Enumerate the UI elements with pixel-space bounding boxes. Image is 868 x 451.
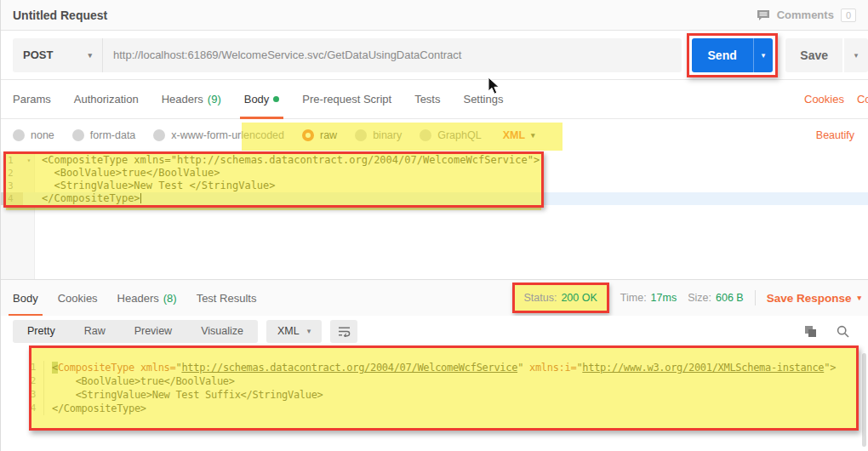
url-input[interactable]: http://localhost:61869/WelcomeService.sv… (103, 38, 682, 72)
view-pretty[interactable]: Pretty (13, 325, 70, 337)
comments-label: Comments (777, 9, 834, 21)
chevron-down-icon: ▾ (88, 51, 92, 60)
radio-form-data[interactable]: form-data (72, 129, 136, 141)
code-text: <StringValue>New Test Suffix</StringValu… (43, 388, 323, 402)
response-format-select[interactable]: XML ▾ (266, 320, 322, 343)
save-options-caret[interactable]: ▾ (844, 38, 868, 72)
request-links: Cookies Code (804, 80, 868, 118)
method-value: POST (23, 49, 53, 61)
tab-authorization[interactable]: Authorization (74, 80, 139, 118)
radio-circle-icon (13, 129, 25, 141)
beautify-link[interactable]: Beautify (816, 129, 856, 141)
request-url-bar: POST ▾ http://localhost:61869/WelcomeSer… (1, 31, 868, 80)
format-value: XML (277, 325, 300, 337)
line-number: 1 (1, 361, 43, 374)
tab-tests[interactable]: Tests (414, 80, 440, 118)
response-tab-cookies[interactable]: Cookies (58, 280, 98, 316)
status-value: 200 OK (561, 292, 597, 304)
tab-headers[interactable]: Headers(9) (162, 80, 221, 118)
code-line[interactable]: 3 <StringValue>New Test </StringValue> (1, 180, 868, 192)
request-tabs: Params Authorization Headers(9) Body Pre… (1, 80, 868, 119)
radio-circle-icon (153, 129, 165, 141)
code-link[interactable]: Code (857, 93, 868, 106)
send-annotation-box: Send ▾ (687, 33, 779, 77)
body-modified-dot (273, 96, 279, 102)
code-line[interactable]: 2 <BoolValue>true</BoolValue> (1, 167, 868, 180)
comments-count-badge: 0 (841, 9, 856, 22)
request-body-editor[interactable]: 1▾<CompositeType xmlns="http://schemas.d… (1, 151, 868, 279)
radio-binary[interactable]: binary (355, 129, 402, 141)
line-number: 3 (1, 180, 23, 192)
radio-raw[interactable]: raw (302, 129, 337, 141)
search-icon[interactable] (837, 325, 849, 338)
code-line[interactable]: 1▾<CompositeType xmlns="http://schemas.d… (1, 154, 868, 167)
status-label: Status: (524, 292, 557, 304)
code-text: </CompositeType> (35, 192, 141, 205)
language-value: XML (503, 129, 525, 141)
response-stats: Status: 200 OK Time: 17ms Size: 606 B Sa… (512, 283, 865, 313)
code-line[interactable]: 4</CompositeType> (1, 192, 868, 205)
divider (755, 290, 756, 305)
response-tab-body[interactable]: Body (13, 280, 38, 316)
request-header: Untitled Request Comments 0 (1, 0, 868, 31)
wrap-lines-icon (338, 326, 351, 337)
wrap-lines-button[interactable] (330, 320, 357, 343)
comments-button[interactable]: Comments 0 (757, 9, 856, 22)
line-number: 4 (1, 192, 23, 205)
save-label: Save (800, 49, 828, 62)
language-select[interactable]: XML ▾ (503, 129, 535, 141)
method-select[interactable]: POST ▾ (13, 38, 103, 72)
line-number: 3 (1, 388, 43, 402)
code-line[interactable]: 1<CompositeType xmlns="http://schemas.da… (1, 361, 868, 374)
status-annotation-box: Status: 200 OK (512, 283, 609, 313)
radio-circle-icon (355, 129, 367, 141)
code-text: <BoolValue>true</BoolValue> (43, 374, 235, 388)
code-line[interactable]: 2 <BoolValue>true</BoolValue> (1, 374, 868, 388)
radio-x-www-form-urlencoded[interactable]: x-www-form-urlencoded (153, 129, 284, 141)
view-preview[interactable]: Preview (120, 325, 186, 337)
time-stat: Time: 17ms (620, 292, 677, 304)
send-label: Send (692, 49, 753, 62)
save-response-button[interactable]: Save Response ▾ (767, 292, 865, 305)
text-cursor (140, 193, 141, 203)
chevron-down-icon: ▾ (854, 51, 859, 60)
response-meta-bar: Body Cookies Headers(8) Test Results Sta… (1, 279, 868, 316)
send-button[interactable]: Send ▾ (692, 38, 774, 72)
fold-caret-icon[interactable]: ▾ (23, 154, 35, 167)
request-title: Untitled Request (13, 9, 107, 22)
line-number: 2 (1, 167, 23, 180)
response-code-lines: 1<CompositeType xmlns="http://schemas.da… (1, 361, 868, 415)
code-line[interactable]: 3 <StringValue>New Test Suffix</StringVa… (1, 388, 868, 402)
chevron-down-icon: ▾ (857, 294, 861, 302)
view-visualize[interactable]: Visualize (186, 325, 258, 337)
postman-window: Untitled Request Comments 0 POST ▾ http:… (0, 0, 868, 451)
response-headers-count: (8) (163, 292, 177, 305)
response-view-toolbar: Pretty Raw Preview Visualize XML ▾ (1, 316, 868, 346)
radio-circle-icon (420, 129, 431, 141)
tab-settings[interactable]: Settings (463, 80, 503, 118)
radio-graphql[interactable]: GraphQL (420, 129, 481, 141)
send-options-caret[interactable]: ▾ (754, 51, 774, 60)
tab-params[interactable]: Params (13, 80, 51, 118)
response-body-viewer[interactable]: 1<CompositeType xmlns="http://schemas.da… (1, 346, 868, 451)
radio-selected-icon (302, 129, 314, 141)
radio-circle-icon (72, 129, 84, 141)
code-text: <StringValue>New Test </StringValue> (35, 180, 276, 192)
view-raw[interactable]: Raw (70, 325, 120, 337)
view-switcher: Pretty Raw Preview Visualize (13, 320, 258, 343)
tab-body[interactable]: Body (244, 80, 280, 118)
code-line[interactable]: 4</CompositeType> (1, 402, 868, 415)
response-tab-headers[interactable]: Headers(8) (117, 280, 177, 316)
copy-icon[interactable] (804, 325, 817, 338)
response-tab-test-results[interactable]: Test Results (197, 280, 257, 316)
url-value: http://localhost:61869/WelcomeService.sv… (113, 49, 461, 61)
fold-gutter (23, 167, 35, 180)
save-button[interactable]: Save (785, 38, 842, 72)
cookies-link[interactable]: Cookies (804, 93, 844, 106)
response-toolbar-icons (804, 325, 856, 338)
tab-pre-request-script[interactable]: Pre-request Script (302, 80, 391, 118)
comments-icon (757, 9, 770, 22)
radio-none[interactable]: none (13, 129, 54, 141)
body-type-row: none form-data x-www-form-urlencoded raw… (1, 119, 868, 151)
headers-count: (9) (208, 93, 221, 106)
